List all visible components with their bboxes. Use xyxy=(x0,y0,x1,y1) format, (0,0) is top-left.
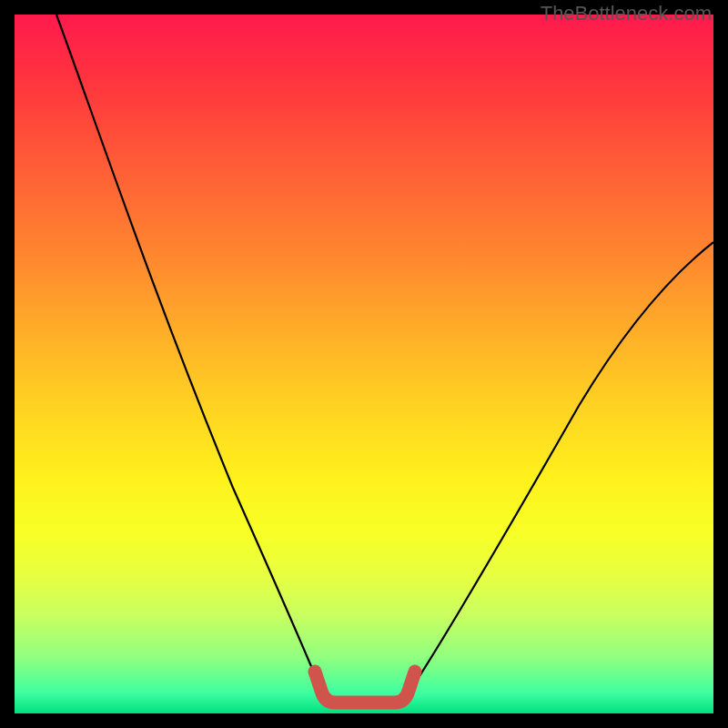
chart-svg xyxy=(15,15,713,713)
right-curve xyxy=(406,242,713,697)
left-curve xyxy=(56,15,324,697)
chart-frame: TheBottleneck.com xyxy=(0,0,728,728)
watermark-text: TheBottleneck.com xyxy=(541,2,712,25)
plot-area xyxy=(15,15,713,713)
valley-marker xyxy=(315,672,415,703)
